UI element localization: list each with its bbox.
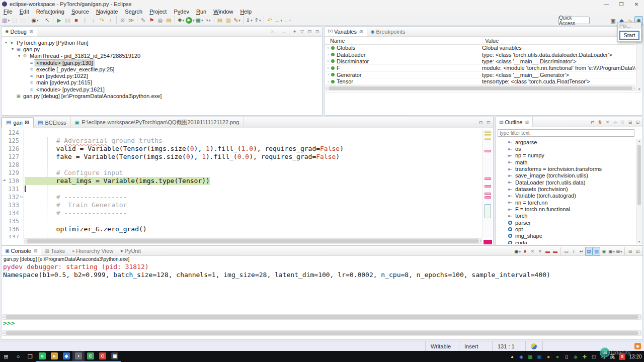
editor-tab-active[interactable]: ▤gan⊠ <box>2 117 34 128</box>
close-icon[interactable]: ⊠ <box>29 29 33 34</box>
tray-gem[interactable]: ◆ <box>517 354 526 359</box>
expand-arrow-icon[interactable]: › <box>325 72 331 77</box>
outline-item[interactable]: ⇤transforms = torchvision.transforms <box>496 165 635 172</box>
close-icon[interactable]: ⊠ <box>25 119 29 126</box>
minimize-view-icon[interactable]: ⊟ <box>626 118 634 127</box>
ruler-marker-p[interactable] <box>485 150 491 152</box>
close-all-consoles-button[interactable]: ✕ <box>536 247 544 256</box>
debug-view-menu-icon[interactable]: ✦ <box>291 27 298 36</box>
maximize-button[interactable]: ⊡ <box>634 247 641 256</box>
code-line[interactable]: 129 # Configure input <box>2 169 482 177</box>
overview-ruler[interactable] <box>482 129 493 238</box>
tab-pyunit[interactable]: ●PyUnit <box>117 246 144 255</box>
open-folder-button[interactable]: ▤ <box>216 16 224 25</box>
tray-sync[interactable]: ▣ <box>535 354 544 359</box>
menu-window[interactable]: Window <box>210 9 236 15</box>
run-button[interactable]: ▶ <box>185 16 195 25</box>
step-return-button[interactable]: ↑ <box>106 16 115 25</box>
tray-green-dot[interactable]: ● <box>553 354 562 359</box>
minimize-view-icon[interactable]: ⊟ <box>306 27 313 36</box>
variables-hscrollbar[interactable]: ‹› <box>326 85 635 91</box>
menu-navigate[interactable]: Navigate <box>93 9 121 15</box>
ruler-marker-p[interactable] <box>485 193 491 195</box>
tab-outline[interactable]: ▤ Outline ⊠ <box>496 117 533 127</box>
show-stdout-button[interactable]: ▤ <box>585 247 593 256</box>
outline-item[interactable]: ⇤argparse <box>496 139 635 145</box>
save-all-button[interactable]: ◫ <box>19 16 27 25</box>
search-button[interactable]: ◎ <box>156 16 165 25</box>
sort-icon[interactable]: ⇅ <box>596 118 604 127</box>
scroll-lock-button[interactable]: ↕ <box>570 247 578 256</box>
open-project-button[interactable]: ▥ <box>224 16 233 25</box>
user-account-button[interactable]: ◉ <box>31 16 39 25</box>
menu-edit[interactable]: Edit <box>16 9 33 15</box>
link-with-editor-icon[interactable]: ⇄ <box>589 118 596 127</box>
tab-hierarchy-view[interactable]: ≡Hierarchy View <box>68 246 117 255</box>
sogou-icon[interactable]: S <box>619 353 625 360</box>
step-into-button[interactable]: ↓ <box>89 16 98 25</box>
variable-row[interactable]: ›Tensortensortype: <class 'torch.cuda.Fl… <box>325 78 635 85</box>
stack-row[interactable]: ≡run [pydevd.py:1022] <box>2 72 322 79</box>
highlight-pen-button[interactable]: ✎ <box>233 16 242 25</box>
connect-debugger-button[interactable]: → <box>280 27 287 36</box>
tray-phone[interactable]: ▯ <box>562 354 571 359</box>
app-photos[interactable]: ▣ <box>109 351 121 362</box>
menu-source[interactable]: Source <box>68 9 93 15</box>
stack-row[interactable]: ▾➤PyTorch gan.py [Python Run] <box>2 39 322 46</box>
menu-run[interactable]: Run <box>193 9 210 15</box>
tray-shield[interactable]: ◆ <box>571 354 580 359</box>
code-line[interactable]: 125 # Adversarial ground truths <box>2 137 482 145</box>
expand-arrow-icon[interactable]: › <box>325 52 331 57</box>
ruler-marker-box[interactable] <box>485 204 491 218</box>
prev-annotation-button[interactable]: ⇑ <box>254 16 262 25</box>
app-file-explorer[interactable]: ▸ <box>48 351 60 362</box>
show-stderr-button[interactable]: ▥ <box>593 247 600 256</box>
open-console-dropdown-button[interactable]: ▣ <box>514 247 521 256</box>
stack-row[interactable]: ≡execfile [_pydev_execfile.py:25] <box>2 66 322 72</box>
feed-icon[interactable]: ◉ <box>634 343 641 349</box>
stack-row[interactable]: ▾▣gan.py <box>2 46 322 52</box>
outline-item[interactable]: ⇤DataLoader (torch.utils.data) <box>496 179 635 186</box>
open-new-console-button[interactable]: ⊞ <box>615 247 623 256</box>
tray-volume[interactable]: ◁ <box>598 354 607 359</box>
hide-fields-icon[interactable]: ✕ <box>604 118 611 127</box>
step-filters-button[interactable]: ≫ <box>127 16 135 25</box>
outline-item[interactable]: ⇤F = torch.nn.functional <box>496 206 635 212</box>
code-line[interactable]: 136 optimizer_G.zero_grad() <box>2 225 482 233</box>
variable-row[interactable]: ›Discriminatortype: <class '__main__.Dis… <box>325 58 635 65</box>
column-name[interactable]: Name <box>330 38 345 44</box>
remove-terminated-button[interactable]: ✕ <box>269 27 276 36</box>
variables-vscrollbar[interactable]: ▴ ▾ <box>636 37 642 92</box>
maximize-view-icon[interactable]: ⊡ <box>485 118 492 127</box>
suspend-button[interactable]: ▮▮ <box>63 16 72 25</box>
close-window-button[interactable]: ✕ <box>629 0 644 8</box>
outline-item[interactable]: ⇤nn = torch.nn <box>496 199 635 206</box>
stack-row[interactable]: ≡<module> [pydevd.py:1621] <box>2 86 322 93</box>
menu-search[interactable]: Search <box>121 9 146 15</box>
app-gem[interactable]: ◆ <box>60 351 72 362</box>
remove-launch-button[interactable]: ▬ <box>544 247 551 256</box>
menu-pydev[interactable]: Pydev <box>170 9 193 15</box>
menu-project[interactable]: Project <box>146 9 170 15</box>
skip-breakpoints-button[interactable]: ⊘ <box>118 16 127 25</box>
word-wrap-button[interactable]: ↩ <box>578 247 585 256</box>
outline-item[interactable]: ⇤datasets (torchvision) <box>496 186 635 192</box>
tray-bird[interactable]: ● <box>544 354 553 359</box>
tab-console[interactable]: ▣Console⊠ <box>2 246 41 255</box>
coverage-button[interactable]: ▦ <box>195 16 204 25</box>
code-line[interactable]: 134 # ---------------- <box>2 209 482 217</box>
expand-arrow-icon[interactable]: ▾ <box>17 54 22 58</box>
tab-debug[interactable]: ✹ Debug ⊠ <box>2 27 37 36</box>
resume-button[interactable]: ▶ <box>55 16 63 25</box>
outline-item[interactable]: ⇤math <box>496 159 635 165</box>
code-line[interactable]: 124 <box>2 129 482 137</box>
editor-hscrollbar[interactable]: ‹› <box>24 238 482 244</box>
maximize-view-icon[interactable]: ⊡ <box>313 27 321 36</box>
outline-item[interactable]: opt <box>496 226 635 232</box>
console-hscrollbar-1[interactable]: ‹› <box>3 314 641 320</box>
outline-item[interactable]: ⇤np = numpy <box>496 152 635 159</box>
stack-row[interactable]: ≡main [pydevd.py:1615] <box>2 79 322 86</box>
variable-row[interactable]: ›Fmodule: <module 'torch.nn.functional' … <box>325 65 635 71</box>
step-over-button[interactable]: ↷ <box>98 16 106 25</box>
start-button[interactable]: Start <box>619 31 639 40</box>
